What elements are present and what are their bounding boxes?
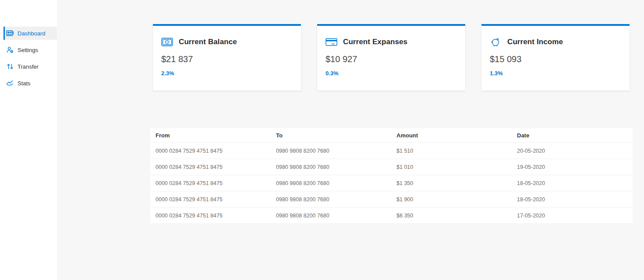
sidebar-nav: Dashboard Settings Transfer [0, 0, 57, 90]
table-row: 0000 0284 7529 4751 8475 0980 9808 8200 … [150, 192, 633, 207]
column-header-to: To [271, 132, 391, 139]
card-value: $15 093 [490, 54, 621, 64]
cell-to: 0980 9808 8200 7680 [271, 213, 391, 219]
cell-amount: $6 350 [391, 213, 512, 219]
sidebar-item-settings[interactable]: Settings [4, 43, 57, 56]
card-percent: 1.3% [490, 70, 621, 77]
table-row: 0000 0284 7529 4751 8475 0980 9808 8200 … [150, 175, 633, 191]
money-icon [161, 37, 173, 47]
cell-date: 18-05-2020 [512, 180, 633, 186]
table-row: 0000 0284 7529 4751 8475 0980 9808 8200 … [150, 143, 633, 158]
cell-to: 0980 9808 8200 7680 [271, 148, 391, 154]
sidebar-item-stats[interactable]: Stats [4, 77, 57, 90]
cell-from: 0000 0284 7529 4751 8475 [150, 180, 271, 186]
cell-to: 0980 9808 8200 7680 [271, 180, 391, 186]
cell-date: 20-05-2020 [512, 148, 633, 154]
cell-date: 17-05-2020 [512, 213, 633, 219]
card-current-income: Current Income $15 093 1.3% [481, 24, 630, 91]
cell-to: 0980 9808 8200 7680 [271, 196, 391, 203]
cell-from: 0000 0284 7529 4751 8475 [150, 196, 271, 203]
summary-cards: Current Balance $21 837 2.3% Current Exp… [153, 24, 630, 91]
transactions-table: From To Amount Date 0000 0284 7529 4751 … [150, 128, 633, 224]
settings-icon [6, 46, 14, 53]
table-row: 0000 0284 7529 4751 8475 0980 9808 8200 … [150, 208, 633, 223]
credit-card-icon [326, 37, 337, 47]
sidebar-item-label: Dashboard [18, 30, 46, 37]
cell-amount: $1 010 [391, 164, 512, 170]
stats-icon [6, 80, 14, 87]
cell-date: 18-05-2020 [512, 196, 633, 203]
transfer-icon [6, 63, 14, 70]
column-header-from: From [150, 132, 271, 139]
sidebar-item-transfer[interactable]: Transfer [4, 60, 57, 73]
card-title: Current Balance [179, 38, 237, 46]
cell-from: 0000 0284 7529 4751 8475 [150, 148, 271, 154]
piggy-bank-icon [490, 37, 502, 47]
sidebar-item-dashboard[interactable]: Dashboard [4, 27, 57, 40]
card-title: Current Income [507, 38, 563, 46]
sidebar-item-label: Settings [18, 47, 38, 53]
dashboard-icon [6, 30, 14, 37]
table-header-row: From To Amount Date [150, 128, 633, 142]
card-title: Current Expanses [343, 38, 407, 46]
sidebar-item-label: Stats [18, 80, 31, 87]
cell-to: 0980 9808 8200 7680 [271, 164, 391, 170]
card-value: $21 837 [161, 54, 292, 64]
card-current-expanses: Current Expanses $10 927 0.3% [317, 24, 465, 91]
cell-from: 0000 0284 7529 4751 8475 [150, 213, 271, 219]
cell-amount: $1 510 [391, 148, 512, 154]
cell-from: 0000 0284 7529 4751 8475 [150, 164, 271, 170]
cell-date: 19-05-2020 [512, 164, 633, 170]
column-header-amount: Amount [391, 132, 512, 139]
card-current-balance: Current Balance $21 837 2.3% [153, 24, 301, 91]
card-percent: 2.3% [161, 70, 292, 77]
card-percent: 0.3% [326, 70, 456, 77]
sidebar-item-label: Transfer [18, 63, 39, 70]
cell-amount: $1 350 [391, 180, 512, 186]
table-row: 0000 0284 7529 4751 8475 0980 9808 8200 … [150, 159, 633, 175]
column-header-date: Date [512, 132, 633, 139]
cell-amount: $1 900 [391, 196, 512, 203]
card-value: $10 927 [326, 54, 456, 64]
sidebar: Dashboard Settings Transfer [0, 0, 57, 280]
